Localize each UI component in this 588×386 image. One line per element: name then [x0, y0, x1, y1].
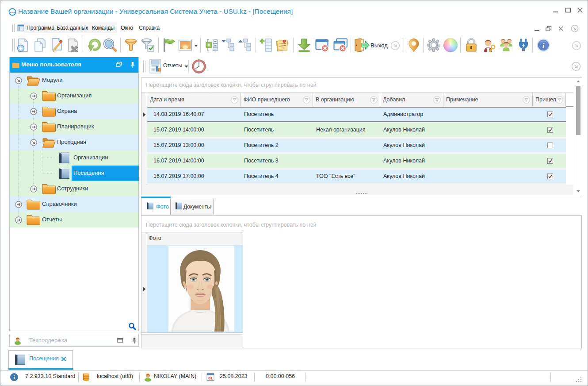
svg-text:usu: usu — [10, 11, 15, 14]
svg-text:31: 31 — [208, 375, 213, 380]
svg-text:i: i — [542, 42, 545, 50]
svg-text:i: i — [13, 374, 15, 381]
